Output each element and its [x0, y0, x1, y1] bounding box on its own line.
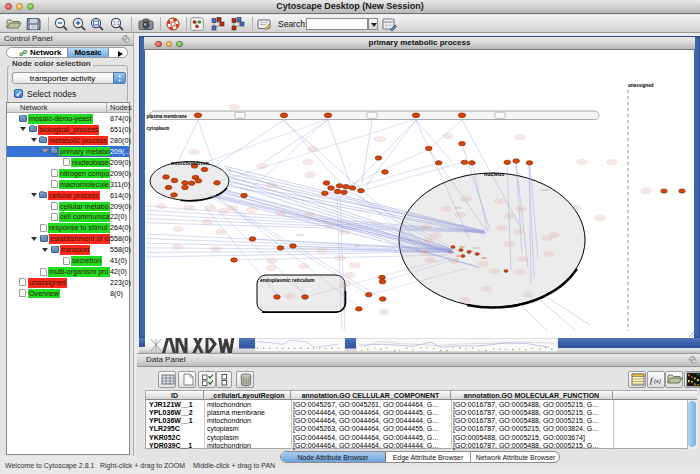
svg-text:(x): (x): [654, 378, 661, 385]
svg-text:nucleus: nucleus: [484, 171, 504, 177]
svg-text:cytoplasm: cytoplasm: [147, 126, 170, 131]
svg-text:plasma membrane: plasma membrane: [147, 114, 188, 119]
svg-text:mitochondrion: mitochondrion: [171, 160, 209, 166]
svg-text:endoplasmic reticulum: endoplasmic reticulum: [260, 277, 315, 283]
svg-text:unassigned: unassigned: [628, 83, 654, 88]
svg-text:1:1: 1:1: [113, 21, 120, 26]
